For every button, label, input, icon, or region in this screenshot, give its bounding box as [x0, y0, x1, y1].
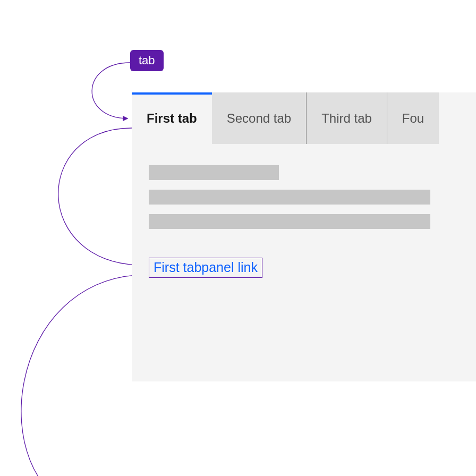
tab-label: Third tab: [321, 111, 372, 126]
tab-first[interactable]: First tab: [132, 92, 212, 144]
skeleton-line: [149, 190, 430, 205]
skeleton-line: [149, 165, 279, 180]
tab-label: Fou: [402, 111, 424, 126]
tabpanel-link[interactable]: First tabpanel link: [149, 258, 262, 278]
tab-label: First tab: [147, 111, 197, 126]
tabpanel: First tabpanel link: [132, 144, 476, 299]
skeleton-line: [149, 214, 430, 229]
tab-fourth[interactable]: Fou: [387, 92, 439, 144]
annotation-label-text: tab: [139, 54, 155, 67]
tabpanel-link-text: First tabpanel link: [154, 260, 258, 275]
tabs-component: First tab Second tab Third tab Fou First…: [132, 92, 476, 381]
tablist: First tab Second tab Third tab Fou: [132, 92, 476, 144]
tab-label: Second tab: [227, 111, 291, 126]
tab-third[interactable]: Third tab: [307, 92, 387, 144]
annotation-tab-label: tab: [130, 50, 164, 71]
tab-second[interactable]: Second tab: [212, 92, 307, 144]
